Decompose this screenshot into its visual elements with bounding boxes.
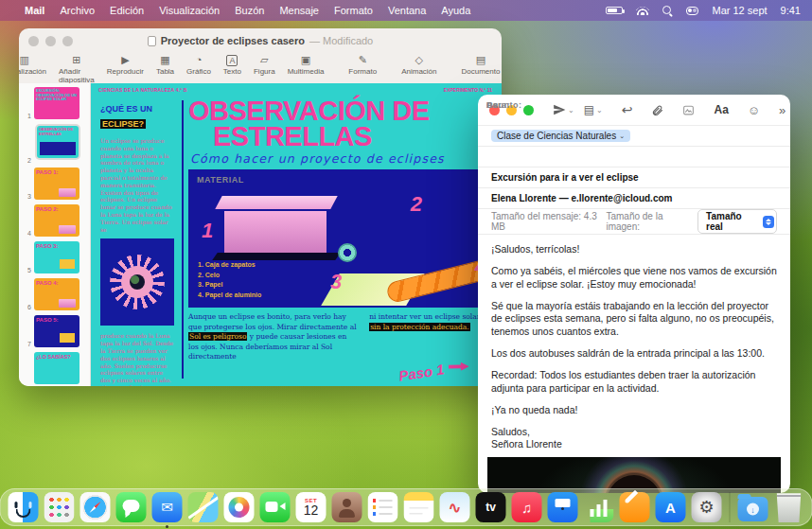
- from-field[interactable]: De: Elena Llorente — e.llorente@icloud.c…: [478, 188, 790, 209]
- dock-facetime-icon[interactable]: [260, 492, 291, 522]
- slide-canvas[interactable]: CIENCIAS DE LA NATURALEZA 4.º B EXPERIME…: [91, 83, 502, 386]
- wifi-icon[interactable]: [636, 6, 649, 15]
- dock-keynote-icon[interactable]: [548, 492, 578, 522]
- attach-button[interactable]: [651, 104, 663, 116]
- menu-mensaje[interactable]: Mensaje: [279, 5, 319, 16]
- dock-pages-icon[interactable]: [620, 492, 650, 522]
- menu-app-name[interactable]: Mail: [25, 5, 44, 16]
- keynote-toolbar: ▥Visualización ⊞Añadir diapositiva ▶Repr…: [19, 53, 502, 83]
- add-slide-icon: ⊞: [72, 54, 80, 66]
- document-icon: ▤: [476, 54, 485, 66]
- dock-settings-icon[interactable]: ⚙: [692, 492, 722, 522]
- play-icon: ▶: [121, 54, 129, 66]
- menu-ventana[interactable]: Ventana: [388, 5, 426, 16]
- document-proxy-icon[interactable]: [148, 36, 156, 46]
- tape-illustration: [338, 243, 357, 262]
- stepper-icon: [763, 216, 774, 228]
- dock-notes-icon[interactable]: [404, 492, 434, 522]
- dock-freeform-icon[interactable]: ∿: [440, 492, 470, 522]
- format-button[interactable]: Aa: [714, 103, 728, 116]
- menu-ayuda[interactable]: Ayuda: [441, 5, 470, 16]
- dock-maps-icon[interactable]: [188, 492, 219, 522]
- dock-trash-icon[interactable]: [774, 492, 804, 522]
- animate-icon: ◇: [415, 54, 423, 66]
- slide-divider: [182, 100, 184, 379]
- toolbar-overflow-button[interactable]: »: [779, 103, 786, 117]
- text-button[interactable]: ATexto: [223, 54, 241, 76]
- chart-button[interactable]: ◔Gráfico: [186, 54, 211, 76]
- body-paragraph: Recordad: Todos los estudiantes deben tr…: [491, 369, 777, 396]
- dock-appstore-icon[interactable]: A: [656, 492, 686, 522]
- slide-main-column: OBSERVACIÓN DE ESTRELLAS Cómo hacer un p…: [188, 97, 494, 380]
- dock-reminders-icon[interactable]: [368, 492, 398, 522]
- add-slide-button[interactable]: ⊞Añadir diapositiva: [59, 54, 95, 84]
- send-button[interactable]: ⌄: [553, 103, 574, 116]
- media-button[interactable]: ▣Multimedia: [288, 54, 325, 76]
- menu-buzon[interactable]: Buzón: [235, 5, 264, 16]
- emoji-button[interactable]: ☺: [748, 103, 760, 117]
- menu-bar: Mail Archivo Edición Visualización Buzón…: [0, 0, 812, 21]
- body-paragraph: Sé que la mayoría estáis trabajando en l…: [491, 300, 777, 340]
- dock-contacts-icon[interactable]: [332, 492, 362, 522]
- search-icon[interactable]: [662, 6, 673, 16]
- menu-archivo[interactable]: Archivo: [60, 5, 95, 16]
- view-icon: ▥: [20, 54, 29, 66]
- dock-safari-icon[interactable]: [80, 492, 111, 522]
- slide-thumbnail-4[interactable]: 4 PASO 2:: [19, 204, 90, 237]
- dock-music-icon[interactable]: ♫: [512, 492, 542, 522]
- material-label: MATERIAL: [197, 175, 244, 185]
- slide-thumbnail-2-selected[interactable]: OBSERVACIÓN DE ESTRELLAS: [19, 124, 90, 160]
- dock-separator: [730, 492, 731, 522]
- message-body[interactable]: ¡Saludos, terrícolas! Como ya sabéis, el…: [478, 235, 790, 455]
- dock-tv-icon[interactable]: tv: [476, 492, 506, 522]
- slide-thumbnail-7[interactable]: 7 PASO 5:: [19, 315, 90, 347]
- body-paragraph: ¡Saludos, terrícolas!: [491, 243, 777, 256]
- subject-field[interactable]: Asunto: Excursión para ir a ver el eclip…: [478, 168, 790, 188]
- dock-launchpad-icon[interactable]: [44, 492, 75, 522]
- dock-messages-icon[interactable]: [116, 492, 147, 522]
- cc-field[interactable]: Cc:: [478, 147, 790, 168]
- slide-question-line1: ¿QUÉ ES UN: [100, 104, 174, 114]
- dock-calendar-icon[interactable]: SET 12: [296, 492, 327, 522]
- reply-arrow-icon[interactable]: ↩: [622, 102, 633, 117]
- recipient-token[interactable]: Clase de Ciencias Naturales ⌄: [491, 130, 630, 142]
- chevron-down-icon: ⌄: [619, 132, 625, 140]
- menu-formato[interactable]: Formato: [334, 5, 373, 16]
- dock-downloads-icon[interactable]: ↓: [738, 497, 768, 521]
- image-size-select[interactable]: Tamaño real: [697, 209, 777, 234]
- material-number-3: 3: [330, 270, 342, 294]
- zoom-button[interactable]: [523, 105, 534, 115]
- mail-compose-window[interactable]: ⌄ ▤ ⌄ ↩ Aa ☺ » Para: Clase de Ciencias N…: [478, 95, 790, 493]
- view-button[interactable]: ▥Visualización: [19, 54, 46, 76]
- slide-thumbnail-1[interactable]: 1 EXCURSIÓN: OBSERVACIÓN DE UN ECLIPSE S…: [19, 87, 90, 119]
- to-field[interactable]: Para: Clase de Ciencias Naturales ⌄: [478, 126, 790, 147]
- slide-thumbnail-5[interactable]: 5 PASO 3:: [19, 241, 90, 273]
- menu-edicion[interactable]: Edición: [110, 5, 144, 16]
- dock-finder-icon[interactable]: [9, 492, 39, 522]
- menu-time[interactable]: 9:41: [781, 5, 801, 16]
- play-button[interactable]: ▶Reproducir: [107, 54, 144, 76]
- dock-photos-icon[interactable]: [224, 492, 255, 522]
- document-button[interactable]: ▤Documento: [462, 54, 501, 76]
- format-button[interactable]: ✎Formato: [348, 54, 377, 76]
- menu-visualizacion[interactable]: Visualización: [159, 5, 220, 16]
- insert-photo-button[interactable]: [682, 104, 695, 116]
- dock-numbers-icon[interactable]: [584, 492, 614, 522]
- slide-thumbnail-6[interactable]: 6 PASO 4:: [19, 278, 90, 310]
- header-fields-button[interactable]: ▤ ⌄: [584, 103, 603, 116]
- body-paragraph: Como ya sabéis, el miércoles que viene n…: [491, 265, 777, 291]
- control-center-icon[interactable]: [686, 7, 698, 15]
- animate-button[interactable]: ◇Animación: [401, 54, 436, 76]
- slide-thumbnail-3[interactable]: 3 PASO 1:: [19, 168, 90, 200]
- dock-mail-icon[interactable]: ✉: [152, 492, 183, 522]
- keynote-window-title: Proyector de eclipses casero: [161, 35, 305, 46]
- shape-button[interactable]: ▱Figura: [254, 54, 275, 76]
- slide-paragraph-2: produce cuando la Luna tapa la luz del S…: [100, 332, 174, 386]
- table-button[interactable]: ▦Tabla: [156, 54, 174, 76]
- battery-icon[interactable]: [606, 7, 623, 14]
- keynote-window[interactable]: Proyector de eclipses casero — Modificad…: [19, 28, 502, 386]
- slide-paragraph-1: Un eclipse se produce cuando una luna o …: [100, 137, 174, 233]
- slide-thumbnail-8[interactable]: ¿LO SABÍAS?: [19, 352, 90, 384]
- from-value: Elena Llorente — e.llorente@icloud.com: [491, 193, 672, 203]
- menu-date[interactable]: Mar 12 sept: [712, 5, 767, 16]
